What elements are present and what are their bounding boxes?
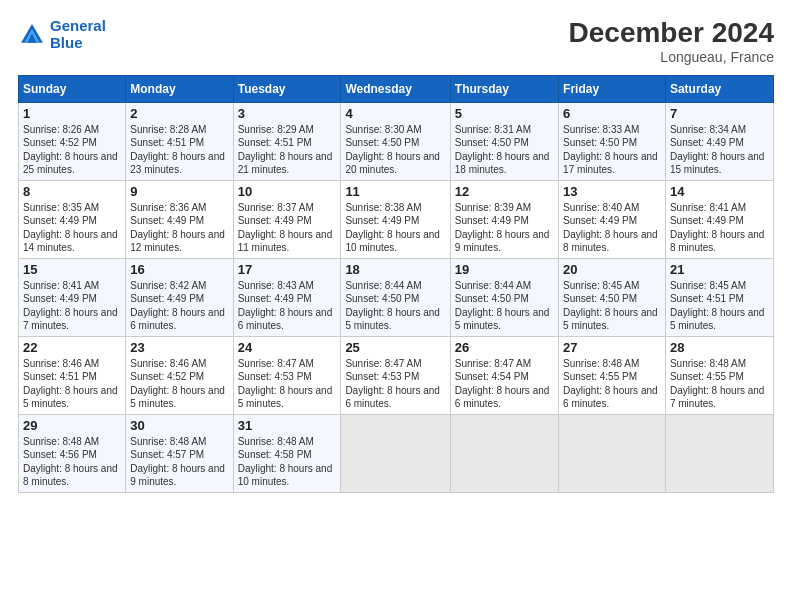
calendar-header: Sunday Monday Tuesday Wednesday Thursday…	[19, 75, 774, 102]
day-number: 9	[130, 184, 228, 199]
calendar-cell: 28 Sunrise: 8:48 AM Sunset: 4:55 PM Dayl…	[665, 336, 773, 414]
cell-info: Sunrise: 8:34 AM Sunset: 4:49 PM Dayligh…	[670, 123, 769, 177]
col-tuesday: Tuesday	[233, 75, 341, 102]
col-sunday: Sunday	[19, 75, 126, 102]
cell-info: Sunrise: 8:44 AM Sunset: 4:50 PM Dayligh…	[455, 279, 554, 333]
calendar-cell: 7 Sunrise: 8:34 AM Sunset: 4:49 PM Dayli…	[665, 102, 773, 180]
day-number: 1	[23, 106, 121, 121]
day-number: 13	[563, 184, 661, 199]
day-number: 31	[238, 418, 337, 433]
cell-info: Sunrise: 8:46 AM Sunset: 4:52 PM Dayligh…	[130, 357, 228, 411]
day-number: 23	[130, 340, 228, 355]
calendar-cell: 2 Sunrise: 8:28 AM Sunset: 4:51 PM Dayli…	[126, 102, 233, 180]
day-number: 19	[455, 262, 554, 277]
calendar-subtitle: Longueau, France	[569, 49, 774, 65]
cell-info: Sunrise: 8:46 AM Sunset: 4:51 PM Dayligh…	[23, 357, 121, 411]
cell-info: Sunrise: 8:47 AM Sunset: 4:54 PM Dayligh…	[455, 357, 554, 411]
calendar-cell: 30 Sunrise: 8:48 AM Sunset: 4:57 PM Dayl…	[126, 414, 233, 492]
header: General Blue December 2024 Longueau, Fra…	[18, 18, 774, 65]
col-friday: Friday	[559, 75, 666, 102]
page: General Blue December 2024 Longueau, Fra…	[0, 0, 792, 612]
day-number: 16	[130, 262, 228, 277]
calendar-week-5: 29 Sunrise: 8:48 AM Sunset: 4:56 PM Dayl…	[19, 414, 774, 492]
header-row: Sunday Monday Tuesday Wednesday Thursday…	[19, 75, 774, 102]
cell-info: Sunrise: 8:40 AM Sunset: 4:49 PM Dayligh…	[563, 201, 661, 255]
cell-info: Sunrise: 8:48 AM Sunset: 4:56 PM Dayligh…	[23, 435, 121, 489]
calendar-cell: 10 Sunrise: 8:37 AM Sunset: 4:49 PM Dayl…	[233, 180, 341, 258]
cell-info: Sunrise: 8:43 AM Sunset: 4:49 PM Dayligh…	[238, 279, 337, 333]
day-number: 26	[455, 340, 554, 355]
cell-info: Sunrise: 8:45 AM Sunset: 4:50 PM Dayligh…	[563, 279, 661, 333]
day-number: 3	[238, 106, 337, 121]
calendar-cell: 4 Sunrise: 8:30 AM Sunset: 4:50 PM Dayli…	[341, 102, 450, 180]
cell-info: Sunrise: 8:47 AM Sunset: 4:53 PM Dayligh…	[238, 357, 337, 411]
calendar-cell: 14 Sunrise: 8:41 AM Sunset: 4:49 PM Dayl…	[665, 180, 773, 258]
cell-info: Sunrise: 8:41 AM Sunset: 4:49 PM Dayligh…	[670, 201, 769, 255]
cell-info: Sunrise: 8:36 AM Sunset: 4:49 PM Dayligh…	[130, 201, 228, 255]
logo-text: General Blue	[50, 18, 106, 51]
cell-info: Sunrise: 8:29 AM Sunset: 4:51 PM Dayligh…	[238, 123, 337, 177]
day-number: 20	[563, 262, 661, 277]
cell-info: Sunrise: 8:35 AM Sunset: 4:49 PM Dayligh…	[23, 201, 121, 255]
cell-info: Sunrise: 8:33 AM Sunset: 4:50 PM Dayligh…	[563, 123, 661, 177]
calendar-week-4: 22 Sunrise: 8:46 AM Sunset: 4:51 PM Dayl…	[19, 336, 774, 414]
calendar-table: Sunday Monday Tuesday Wednesday Thursday…	[18, 75, 774, 493]
cell-info: Sunrise: 8:48 AM Sunset: 4:55 PM Dayligh…	[563, 357, 661, 411]
cell-info: Sunrise: 8:39 AM Sunset: 4:49 PM Dayligh…	[455, 201, 554, 255]
day-number: 4	[345, 106, 445, 121]
day-number: 28	[670, 340, 769, 355]
calendar-cell: 6 Sunrise: 8:33 AM Sunset: 4:50 PM Dayli…	[559, 102, 666, 180]
calendar-cell: 9 Sunrise: 8:36 AM Sunset: 4:49 PM Dayli…	[126, 180, 233, 258]
day-number: 2	[130, 106, 228, 121]
col-thursday: Thursday	[450, 75, 558, 102]
col-wednesday: Wednesday	[341, 75, 450, 102]
calendar-cell: 20 Sunrise: 8:45 AM Sunset: 4:50 PM Dayl…	[559, 258, 666, 336]
logo-icon	[18, 21, 46, 49]
calendar-cell	[341, 414, 450, 492]
day-number: 21	[670, 262, 769, 277]
day-number: 8	[23, 184, 121, 199]
calendar-cell: 15 Sunrise: 8:41 AM Sunset: 4:49 PM Dayl…	[19, 258, 126, 336]
day-number: 18	[345, 262, 445, 277]
calendar-cell: 11 Sunrise: 8:38 AM Sunset: 4:49 PM Dayl…	[341, 180, 450, 258]
cell-info: Sunrise: 8:44 AM Sunset: 4:50 PM Dayligh…	[345, 279, 445, 333]
day-number: 10	[238, 184, 337, 199]
day-number: 30	[130, 418, 228, 433]
cell-info: Sunrise: 8:47 AM Sunset: 4:53 PM Dayligh…	[345, 357, 445, 411]
calendar-cell: 8 Sunrise: 8:35 AM Sunset: 4:49 PM Dayli…	[19, 180, 126, 258]
calendar-cell: 31 Sunrise: 8:48 AM Sunset: 4:58 PM Dayl…	[233, 414, 341, 492]
day-number: 7	[670, 106, 769, 121]
calendar-cell: 23 Sunrise: 8:46 AM Sunset: 4:52 PM Dayl…	[126, 336, 233, 414]
day-number: 5	[455, 106, 554, 121]
cell-info: Sunrise: 8:31 AM Sunset: 4:50 PM Dayligh…	[455, 123, 554, 177]
cell-info: Sunrise: 8:26 AM Sunset: 4:52 PM Dayligh…	[23, 123, 121, 177]
day-number: 6	[563, 106, 661, 121]
calendar-cell: 19 Sunrise: 8:44 AM Sunset: 4:50 PM Dayl…	[450, 258, 558, 336]
day-number: 27	[563, 340, 661, 355]
calendar-body: 1 Sunrise: 8:26 AM Sunset: 4:52 PM Dayli…	[19, 102, 774, 492]
cell-info: Sunrise: 8:48 AM Sunset: 4:57 PM Dayligh…	[130, 435, 228, 489]
day-number: 11	[345, 184, 445, 199]
calendar-cell: 3 Sunrise: 8:29 AM Sunset: 4:51 PM Dayli…	[233, 102, 341, 180]
calendar-cell: 12 Sunrise: 8:39 AM Sunset: 4:49 PM Dayl…	[450, 180, 558, 258]
logo: General Blue	[18, 18, 106, 51]
day-number: 24	[238, 340, 337, 355]
calendar-cell: 24 Sunrise: 8:47 AM Sunset: 4:53 PM Dayl…	[233, 336, 341, 414]
day-number: 22	[23, 340, 121, 355]
calendar-week-2: 8 Sunrise: 8:35 AM Sunset: 4:49 PM Dayli…	[19, 180, 774, 258]
cell-info: Sunrise: 8:48 AM Sunset: 4:58 PM Dayligh…	[238, 435, 337, 489]
calendar-cell: 25 Sunrise: 8:47 AM Sunset: 4:53 PM Dayl…	[341, 336, 450, 414]
calendar-cell: 22 Sunrise: 8:46 AM Sunset: 4:51 PM Dayl…	[19, 336, 126, 414]
cell-info: Sunrise: 8:45 AM Sunset: 4:51 PM Dayligh…	[670, 279, 769, 333]
cell-info: Sunrise: 8:28 AM Sunset: 4:51 PM Dayligh…	[130, 123, 228, 177]
calendar-cell: 1 Sunrise: 8:26 AM Sunset: 4:52 PM Dayli…	[19, 102, 126, 180]
cell-info: Sunrise: 8:37 AM Sunset: 4:49 PM Dayligh…	[238, 201, 337, 255]
day-number: 15	[23, 262, 121, 277]
calendar-week-1: 1 Sunrise: 8:26 AM Sunset: 4:52 PM Dayli…	[19, 102, 774, 180]
calendar-cell: 21 Sunrise: 8:45 AM Sunset: 4:51 PM Dayl…	[665, 258, 773, 336]
col-saturday: Saturday	[665, 75, 773, 102]
col-monday: Monday	[126, 75, 233, 102]
calendar-cell	[450, 414, 558, 492]
calendar-cell: 26 Sunrise: 8:47 AM Sunset: 4:54 PM Dayl…	[450, 336, 558, 414]
day-number: 14	[670, 184, 769, 199]
